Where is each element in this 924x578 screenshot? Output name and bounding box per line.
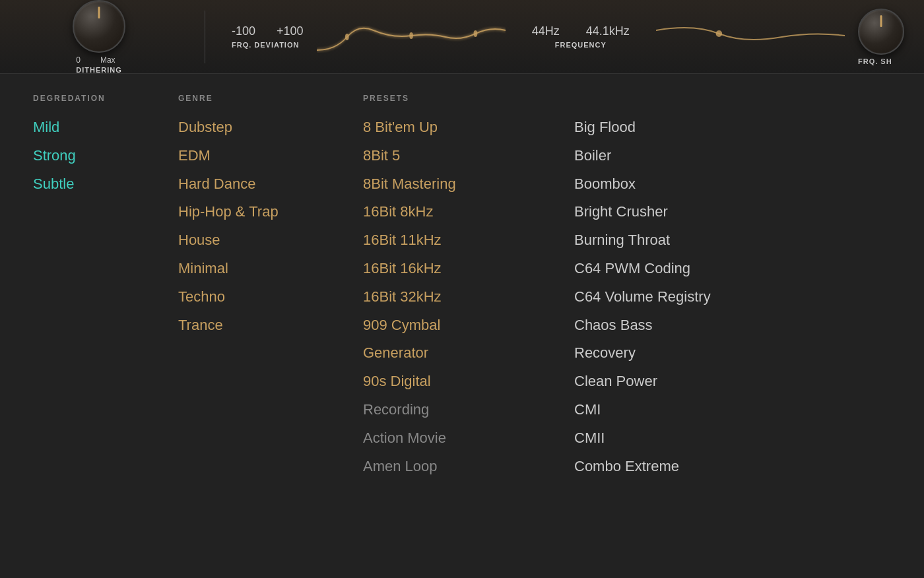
dithering-min: 0 — [76, 55, 81, 65]
degradation-item[interactable]: Mild — [33, 117, 178, 138]
dithering-range: 0 Max — [76, 55, 122, 65]
frq-deviation-group: -100 +100 FRQ. DEVIATION — [232, 24, 304, 49]
preset-item-left[interactable]: Generator — [363, 343, 574, 364]
frq-deviation-values: -100 +100 — [232, 24, 304, 38]
degradation-header: DEGREDATION — [33, 94, 178, 103]
preset-item-right[interactable]: Boombox — [574, 174, 785, 195]
degradation-column: DEGREDATION MildStrongSubtle — [33, 94, 178, 558]
main-content: DEGREDATION MildStrongSubtle GENRE Dubst… — [0, 74, 924, 578]
presets-left-list: 8 Bit'em Up8Bit 58Bit Mastering16Bit 8kH… — [363, 117, 574, 484]
genre-item[interactable]: Hip-Hop & Trap — [178, 202, 363, 222]
dithering-label-group: 0 Max DITHERING — [76, 55, 122, 74]
frq-deviation-name: FRQ. DEVIATION — [232, 41, 299, 49]
preset-item-left[interactable]: 16Bit 32kHz — [363, 287, 574, 307]
frq-deviation-min: -100 — [232, 24, 255, 38]
preset-item-right[interactable]: Clean Power — [574, 371, 785, 392]
presets-left-column: PRESETS 8 Bit'em Up8Bit 58Bit Mastering1… — [363, 94, 574, 558]
svg-point-1 — [409, 32, 413, 39]
preset-item-right[interactable]: Bright Crusher — [574, 202, 785, 222]
genre-item[interactable]: Trance — [178, 315, 363, 336]
preset-item-left[interactable]: 16Bit 8kHz — [363, 202, 574, 222]
preset-item-left[interactable]: 909 Cymbal — [363, 315, 574, 336]
preset-item-right[interactable]: CMI — [574, 400, 785, 420]
frq-sh-group: FRQ. SH — [858, 9, 904, 65]
preset-item-right[interactable]: Chaos Bass — [574, 315, 785, 336]
preset-item-right[interactable]: Boiler — [574, 146, 785, 166]
svg-point-0 — [345, 34, 349, 40]
frq-sh-name: FRQ. SH — [858, 57, 892, 65]
dithering-name: DITHERING — [76, 66, 122, 74]
divider-1 — [205, 11, 205, 63]
degradation-item[interactable]: Strong — [33, 146, 178, 166]
preset-item-left[interactable]: 16Bit 11kHz — [363, 230, 574, 251]
preset-item-left[interactable]: 90s Digital — [363, 371, 574, 392]
svg-point-3 — [715, 30, 722, 37]
preset-item-right[interactable]: Burning Throat — [574, 230, 785, 251]
preset-item-right[interactable]: Combo Extreme — [574, 457, 785, 477]
genre-item[interactable]: Techno — [178, 287, 363, 307]
curve-svg — [317, 11, 506, 63]
preset-item-right[interactable]: CMII — [574, 428, 785, 449]
preset-item-left[interactable]: 8Bit Mastering — [363, 174, 574, 195]
curve-display — [317, 11, 506, 63]
genre-item[interactable]: Minimal — [178, 259, 363, 279]
presets-right-column: PRESETS Big FloodBoilerBoomboxBright Cru… — [574, 94, 785, 558]
genre-column: GENRE DubstepEDMHard DanceHip-Hop & Trap… — [178, 94, 363, 558]
dithering-knob-group: 0 Max DITHERING — [73, 0, 125, 74]
genre-item[interactable]: Dubstep — [178, 117, 363, 138]
curve-right-svg — [656, 11, 845, 63]
preset-item-left[interactable]: Amen Loop — [363, 457, 574, 477]
presets-header: PRESETS — [363, 94, 574, 103]
frequency-label: FREQUENCY — [555, 41, 607, 49]
preset-item-left[interactable]: 8Bit 5 — [363, 146, 574, 166]
preset-item-left[interactable]: Recording — [363, 400, 574, 420]
degradation-item[interactable]: Subtle — [33, 174, 178, 195]
frq-sh-knob[interactable] — [858, 9, 904, 55]
genre-header: GENRE — [178, 94, 363, 103]
dithering-max: Max — [100, 55, 116, 65]
frq-deviation-max: +100 — [277, 24, 304, 38]
curve-right — [656, 11, 845, 63]
instrument-bar: 0 Max DITHERING -100 +100 FRQ. DEVIATION — [0, 0, 924, 74]
frequency-khz: 44.1kHz — [586, 24, 630, 38]
preset-item-right[interactable]: C64 Volume Registry — [574, 287, 785, 307]
genre-item[interactable]: EDM — [178, 146, 363, 166]
presets-right-list: Big FloodBoilerBoomboxBright CrusherBurn… — [574, 117, 785, 484]
genre-list: DubstepEDMHard DanceHip-Hop & TrapHouseM… — [178, 117, 363, 343]
preset-item-left[interactable]: Action Movie — [363, 428, 574, 449]
preset-item-right[interactable]: Recovery — [574, 343, 785, 364]
preset-item-right[interactable]: Big Flood — [574, 117, 785, 138]
frequency-hz: 44Hz — [532, 24, 560, 38]
degradation-list: MildStrongSubtle — [33, 117, 178, 202]
genre-item[interactable]: House — [178, 230, 363, 251]
preset-item-left[interactable]: 8 Bit'em Up — [363, 117, 574, 138]
preset-item-right[interactable]: C64 PWM Coding — [574, 259, 785, 279]
frequency-group: 44Hz 44.1kHz FREQUENCY — [532, 24, 630, 49]
dithering-section: 0 Max DITHERING — [0, 0, 198, 73]
genre-item[interactable]: Hard Dance — [178, 174, 363, 195]
svg-point-2 — [473, 30, 477, 37]
preset-item-left[interactable]: 16Bit 16kHz — [363, 259, 574, 279]
dithering-knob[interactable] — [73, 0, 125, 53]
